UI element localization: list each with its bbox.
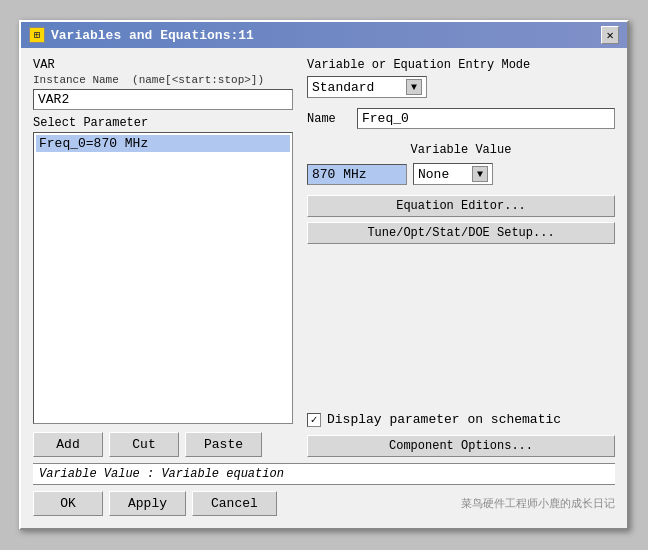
apply-button[interactable]: Apply xyxy=(109,491,186,516)
paste-button[interactable]: Paste xyxy=(185,432,262,457)
none-select[interactable]: None ▼ xyxy=(413,163,493,185)
display-checkbox[interactable]: ✓ xyxy=(307,413,321,427)
none-value: None xyxy=(418,167,449,182)
param-item[interactable]: Freq_0=870 MHz xyxy=(36,135,290,152)
var-value-label: Variable Value xyxy=(307,143,615,157)
spacer xyxy=(307,249,615,412)
main-row: VAR Instance Name (name[<start:stop>]) S… xyxy=(33,58,615,457)
entry-mode-row: Variable or Equation Entry Mode xyxy=(307,58,615,72)
dialog: ⊞ Variables and Equations:11 ✕ VAR Insta… xyxy=(19,20,629,530)
tune-opt-button[interactable]: Tune/Opt/Stat/DOE Setup... xyxy=(307,222,615,244)
cut-button[interactable]: Cut xyxy=(109,432,179,457)
entry-mode-label: Variable or Equation Entry Mode xyxy=(307,58,530,72)
entry-mode-select-row: Standard ▼ xyxy=(307,76,615,98)
close-button[interactable]: ✕ xyxy=(601,26,619,44)
equation-editor-button[interactable]: Equation Editor... xyxy=(307,195,615,217)
entry-mode-select[interactable]: Standard ▼ xyxy=(307,76,427,98)
dialog-body: VAR Instance Name (name[<start:stop>]) S… xyxy=(21,48,627,528)
name-field-label: Name xyxy=(307,112,347,126)
dialog-title: Variables and Equations:11 xyxy=(51,28,254,43)
instance-name-input[interactable] xyxy=(33,89,293,110)
name-row: Name xyxy=(307,108,615,129)
component-options-button[interactable]: Component Options... xyxy=(307,435,615,457)
var-label: VAR xyxy=(33,58,293,72)
display-checkbox-label: Display parameter on schematic xyxy=(327,412,561,427)
var-value-input[interactable] xyxy=(307,164,407,185)
var-value-section: Variable Value None ▼ xyxy=(307,143,615,185)
right-buttons-col: Equation Editor... Tune/Opt/Stat/DOE Set… xyxy=(307,195,615,249)
entry-mode-value: Standard xyxy=(312,80,374,95)
var-value-row: None ▼ xyxy=(307,163,615,185)
title-icon: ⊞ xyxy=(29,27,45,43)
none-arrow: ▼ xyxy=(472,166,488,182)
title-bar: ⊞ Variables and Equations:11 ✕ xyxy=(21,22,627,48)
ok-button[interactable]: OK xyxy=(33,491,103,516)
bottom-buttons: OK Apply Cancel 菜鸟硬件工程师小鹿的成长日记 xyxy=(33,491,615,520)
entry-mode-arrow: ▼ xyxy=(406,79,422,95)
select-param-label: Select Parameter xyxy=(33,116,293,130)
left-panel: VAR Instance Name (name[<start:stop>]) S… xyxy=(33,58,293,457)
instance-name-hint: Instance Name (name[<start:stop>]) xyxy=(33,74,293,86)
right-panel: Variable or Equation Entry Mode Standard… xyxy=(307,58,615,457)
add-cut-paste-row: Add Cut Paste xyxy=(33,432,293,457)
status-text: Variable Value : Variable equation xyxy=(39,467,284,481)
watermark: 菜鸟硬件工程师小鹿的成长日记 xyxy=(461,496,615,511)
add-button[interactable]: Add xyxy=(33,432,103,457)
status-bar: Variable Value : Variable equation xyxy=(33,463,615,485)
name-input[interactable] xyxy=(357,108,615,129)
cancel-button[interactable]: Cancel xyxy=(192,491,277,516)
param-list: Freq_0=870 MHz xyxy=(33,132,293,424)
display-checkbox-row: ✓ Display parameter on schematic xyxy=(307,412,615,427)
